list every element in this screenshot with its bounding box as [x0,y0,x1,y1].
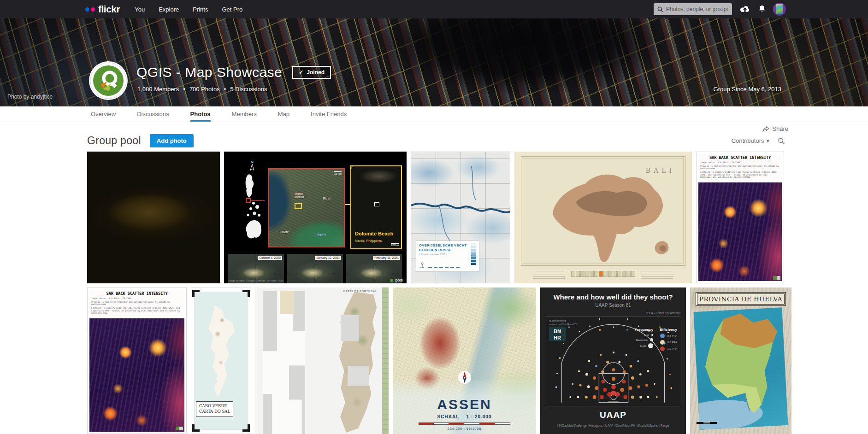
portugal-strip-left [263,291,305,434]
crop-january: January 12, 2021 100 m [287,254,343,283]
assen-footnote: 234.000 : 55/1008 [393,427,536,430]
photo-dolomite-beach-map[interactable]: N 10 km Metro Manila Rizal Cavite [224,152,407,283]
tab-overview[interactable]: Overview [91,106,116,122]
legend-wave-line [428,267,461,268]
legend-title-line1: OVERIJSSELSCHE VECHT [419,243,476,248]
highlight-box [295,203,302,209]
chevron-down-icon: ▾ [766,137,769,144]
share-link[interactable]: Share [762,125,788,132]
frame-corner [242,424,250,432]
crosshair-h [287,273,343,273]
crop-date-label: October 4, 2020 [258,256,282,260]
add-photo-button[interactable]: Add photo [150,134,194,147]
bali-legend-text-right [641,270,673,279]
contributors-dropdown[interactable]: Contributors ▾ [732,137,769,144]
photo-grid-row-2: SAR BACK SCATTER INTENSITY Image center … [87,287,788,434]
search-input[interactable] [666,6,728,12]
missing-sheet-block [348,366,369,386]
page-title: Group pool [87,135,141,147]
nav-you[interactable]: You [135,6,145,13]
dolomite-title: Dolomite Beach [355,231,393,236]
photo-bali-relief-map[interactable]: BALI [514,152,692,283]
nav-prints[interactable]: Prints [193,6,208,13]
qgis-dot-icon [390,279,393,282]
sar-line3: Contains -S Imagery modified Copernicus … [91,307,183,315]
notifications-button[interactable] [758,5,766,14]
dolomite-subtitle: Manila, Philippines [355,239,382,242]
photo-assen-city-map[interactable]: ASSEN SCHAAL 1 : 20.000 234.000 : 55/100… [393,287,536,434]
photo-sar-backscatter-large[interactable]: SAR BACK SCATTER INTENSITY Image center … [87,287,187,434]
frame-corner [192,424,200,432]
share-label: Share [772,125,788,132]
discussions-count[interactable]: 5 Discussions [230,86,267,93]
sar-title: SAR BACK SCATTER INTENSITY [700,155,780,160]
global-search-box[interactable] [654,3,732,15]
group-avatar[interactable] [89,61,128,100]
legend-title-line2: BENEDEN ROSSE [419,248,476,252]
bullet-separator: • [224,86,226,93]
bball-title: Where and how well did they shoot? [540,293,686,301]
image-credit: Image credits: Google Satellite, Sentine… [228,279,283,282]
crop-date-label: January 12, 2021 [315,256,341,260]
top-navigation-bar: flickr You Explore Prints Get Pro [0,0,868,18]
crosshair-h [346,273,402,273]
sar-header: SAR BACK SCATTER INTENSITY Image center … [698,154,782,181]
flickr-group-page: flickr You Explore Prints Get Pro Photo … [0,0,868,434]
detail-highlight-box [374,202,379,206]
flickr-logo[interactable]: flickr [85,4,120,15]
map-label-metro-manila: Metro Manila [295,192,304,199]
nav-get-pro[interactable]: Get Pro [222,6,242,13]
nav-explore[interactable]: Explore [159,6,179,13]
joined-button[interactable]: ✓ Joined [292,66,331,79]
compass-icon [458,370,472,384]
tab-invite-friends[interactable]: Invite Friends [311,106,347,122]
tab-map[interactable]: Map [278,106,289,122]
pool-search-icon[interactable] [778,137,785,145]
sar-map-artwork [698,182,782,281]
detail-scale-label: 300 m [391,243,399,246]
contributors-label: Contributors [732,137,764,144]
court-panel: fb.com/bnhrxyz twitter.com/BNHRdot002 BN… [545,316,681,406]
bball-subtitle: UAAP Season 81 [540,303,686,308]
topbar-right-cluster [654,3,786,16]
sar-line1: Image center -S 4.6301, -75.7343 [91,297,183,300]
portugal-title: CARTA DE PORTUGAL [343,290,377,293]
qgis-brand-label: QGIS [395,279,403,282]
bball-hashtags: #30DayMapChallenge #Hexagons #UAAP #Cour… [540,424,686,427]
photo-provincia-de-huelva[interactable]: PROVINCIA DE HUELVA [690,287,791,434]
cabo-title-line1: CABO VERDE [199,404,230,409]
map-label-rizal: Rizal [323,197,331,200]
photo-carta-de-portugal[interactable]: CARTA DE PORTUGAL [255,287,389,434]
upload-button[interactable] [739,5,751,14]
bball-footer-title: UAAP [540,410,686,420]
tab-members[interactable]: Members [232,106,257,122]
crop-date-label: February 11, 2021 [373,256,400,260]
group-title-row: QGIS - Map Showcase ✓ Joined [136,65,331,80]
scale-bar [697,422,717,424]
tab-discussions[interactable]: Discussions [137,106,169,122]
manila-satellite-map: 10 km Metro Manila Rizal Cavite Laguna [268,168,345,247]
bell-icon [758,5,766,14]
map-label-cavite: Cavite [280,230,289,234]
group-cover-banner: Photo by andyjtice QGIS - Map Showcase ✓… [0,18,868,106]
user-avatar[interactable] [773,3,786,16]
photo-cabo-verde-map[interactable]: CABO VERDE CARTA DO SAL [191,287,251,434]
cloud-upload-icon [739,5,751,14]
court-artwork [545,318,681,404]
map-label-laguna: Laguna [315,233,326,236]
members-count[interactable]: 1,080 Members [137,86,179,93]
photo-dark-relief-map[interactable] [87,152,220,283]
photo-vecht-river-map[interactable]: OVERIJSSELSCHE VECHT BENEDEN ROSSE ( Sit… [411,152,510,283]
sar-title: SAR BACK SCATTER INTENSITY [91,291,183,296]
sar-map-artwork [89,318,184,432]
photos-count[interactable]: 700 Photos [189,86,220,93]
qgis-mark [176,427,183,430]
legend-subtitle: ( Situatie omstreeks 1780 ) [419,253,476,256]
tab-photos[interactable]: Photos [190,106,211,122]
strip-tan-patch [280,291,294,314]
bball-note: *PPA - Points Per Attempt [646,311,680,315]
anchor-icon [419,262,425,270]
frame-corner [242,290,250,297]
photo-sar-backscatter-small[interactable]: SAR BACK SCATTER INTENSITY Image center … [696,152,784,283]
photo-uaap-shot-chart[interactable]: Where and how well did they shoot? UAAP … [540,287,686,434]
